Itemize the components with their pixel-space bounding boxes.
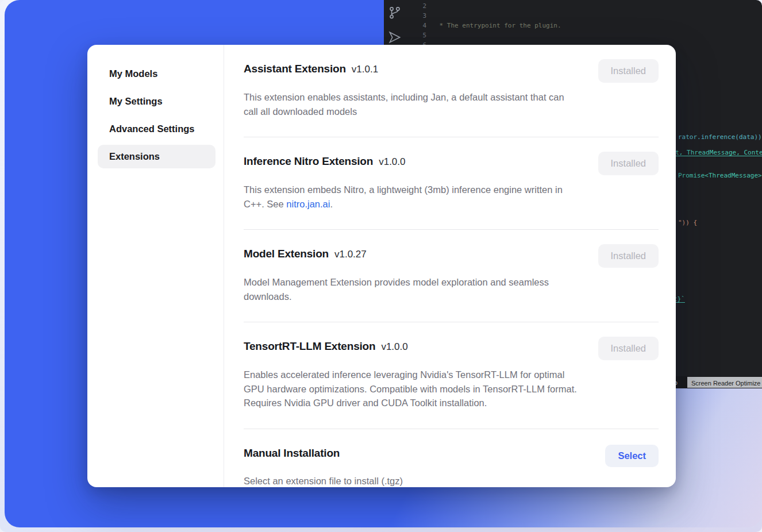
installed-button[interactable]: Installed <box>598 337 659 360</box>
line-number: 3 <box>409 11 426 21</box>
extension-title: Model Extension <box>244 248 329 260</box>
screenshot-root: 2 3 4 5 6 * The entrypoint for the plugi… <box>0 0 762 532</box>
extension-item: TensortRT-LLM Extension v1.0.0 Installed… <box>244 322 659 429</box>
extension-description: This extension embeds Nitro, a lightweig… <box>244 183 568 211</box>
manual-installation-title: Manual Installation <box>244 447 340 460</box>
description-text: . <box>330 199 333 209</box>
manual-installation-section: Manual Installation Select Select an ext… <box>244 429 659 488</box>
extension-description: This extension enables assistants, inclu… <box>244 90 574 118</box>
sidebar-item-my-settings[interactable]: My Settings <box>98 90 215 113</box>
extensions-panel: Assistant Extension v1.0.1 Installed Thi… <box>224 45 676 487</box>
extension-version: v1.0.0 <box>379 156 405 168</box>
code-fragment: rator.inference(data)); <box>678 132 762 142</box>
sidebar-item-my-models[interactable]: My Models <box>98 62 215 86</box>
extension-title: Assistant Extension <box>244 63 346 75</box>
line-number: 5 <box>409 30 426 40</box>
extension-description: Model Management Extension provides mode… <box>244 275 551 303</box>
sidebar-item-advanced-settings[interactable]: Advanced Settings <box>98 117 215 141</box>
extension-version: v1.0.1 <box>352 64 378 75</box>
manual-installation-description: Select an extension file to install (.tg… <box>244 474 574 488</box>
code-comment: * The entrypoint for the plugin. <box>436 22 561 29</box>
extension-item: Model Extension v1.0.27 Installed Model … <box>244 230 659 322</box>
installed-button[interactable]: Installed <box>598 59 659 83</box>
extension-description: Enables accelerated inference leveraging… <box>244 368 580 410</box>
select-file-button[interactable]: Select <box>605 445 659 467</box>
send-icon[interactable] <box>387 30 402 45</box>
settings-modal: My Models My Settings Advanced Settings … <box>87 45 676 487</box>
screen-reader-badge[interactable]: Screen Reader Optimize <box>687 377 762 388</box>
extension-version: v1.0.0 <box>381 341 407 353</box>
settings-sidebar: My Models My Settings Advanced Settings … <box>87 45 224 487</box>
extension-version: v1.0.27 <box>334 249 367 260</box>
code-fragment: ")) { <box>678 218 697 228</box>
extension-item: Inference Nitro Extension v1.0.0 Install… <box>244 137 659 230</box>
extension-title: Inference Nitro Extension <box>244 155 373 168</box>
extension-title: TensortRT-LLM Extension <box>244 340 375 353</box>
code-fragment: Promise<ThreadMessage> <box>678 171 762 180</box>
installed-button[interactable]: Installed <box>598 244 659 268</box>
sidebar-item-extensions[interactable]: Extensions <box>98 145 215 168</box>
line-number: 2 <box>409 1 426 11</box>
line-number: 4 <box>409 21 426 30</box>
nitro-jan-ai-link[interactable]: nitro.jan.ai <box>286 199 330 209</box>
installed-button[interactable]: Installed <box>598 152 659 175</box>
git-branch-icon[interactable] <box>387 5 402 20</box>
extension-item: Assistant Extension v1.0.1 Installed Thi… <box>244 45 659 137</box>
editor-line-numbers: 2 3 4 5 6 <box>409 1 426 50</box>
